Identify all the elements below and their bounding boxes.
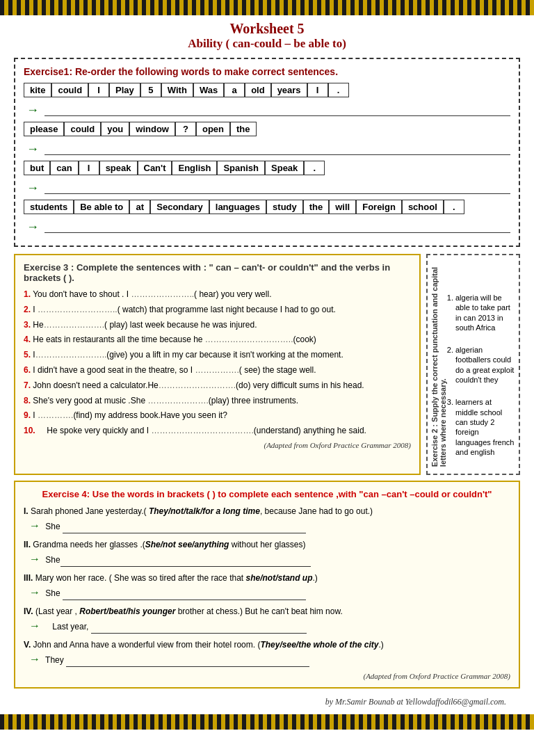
worksheet-subtitle: Ability ( can-could – be able to) — [0, 37, 534, 51]
arrow-icon: → — [29, 553, 40, 565]
roman-numeral: I. — [24, 506, 29, 516]
word-cell: school — [402, 200, 444, 214]
word-cell: I — [88, 83, 109, 97]
word-cell: you — [101, 122, 129, 136]
word-cell: Speak — [265, 161, 304, 175]
word-cell: but — [24, 161, 50, 175]
word-cell: I — [307, 83, 328, 97]
main-content: Exercise1: Re-order the following words … — [0, 54, 534, 714]
arrow-icon: → — [29, 653, 40, 665]
word-cell: Was — [193, 83, 224, 97]
word-row-2: please could you window ? open the → — [24, 122, 510, 156]
word-cell: a — [224, 83, 245, 97]
bracket-text: she/not/stand up — [245, 573, 312, 583]
bottom-border — [0, 714, 534, 730]
roman-numeral: V. — [24, 640, 31, 650]
word-cells-1: kite could I Play 5 With Was a old years… — [24, 83, 510, 97]
answer-text-3[interactable] — [44, 182, 510, 194]
word-row-1: kite could I Play 5 With Was a old years… — [24, 83, 510, 118]
word-cell: kite — [24, 83, 51, 97]
word-cell: I — [79, 161, 99, 175]
word-cells-4: students Be able to at Secondary languag… — [24, 200, 510, 214]
worksheet-title: Worksheet 5 — [0, 21, 534, 37]
roman-numeral: III. — [24, 573, 33, 583]
word-cell: ? — [175, 122, 196, 136]
arrow-icon: → — [29, 520, 40, 531]
word-cell: languages — [209, 200, 266, 214]
item-number: 6. — [24, 365, 31, 375]
exercise4-item-4: IV. (Last year , Robert/beat/his younger… — [24, 605, 510, 634]
word-cell: years — [271, 83, 307, 97]
word-row-3: but can I speak Can't English Spanish Sp… — [24, 161, 510, 195]
word-cell: Play — [109, 83, 140, 97]
arrow-icon: → — [29, 586, 40, 598]
exercise3-item-10: 10. He spoke very quickly and I ……………………… — [24, 425, 411, 437]
answer-text-2[interactable] — [44, 143, 510, 155]
answer-line-2: → — [24, 140, 510, 156]
answer-text-1[interactable] — [44, 104, 510, 116]
word-cells-2: please could you window ? open the — [24, 122, 510, 136]
exercise3-item-5: 5. I……………………..(give) you a lift in my ca… — [24, 349, 411, 361]
word-cell: old — [245, 83, 271, 97]
arrow-icon: → — [26, 103, 39, 118]
exercise3-item-7: 7. John doesn't need a calculator.He…………… — [24, 380, 411, 392]
arrow-icon: → — [29, 620, 40, 632]
word-cell: Can't — [138, 161, 172, 175]
bracket-text: They/not/talk/for a long time — [149, 506, 260, 516]
exercise3-item-2: 2. I ………………………..( watch) that programme … — [24, 304, 411, 316]
exercise1-title: Exercise1: Re-order the following words … — [24, 66, 510, 77]
exercise3-adapted: (Adapted from Oxford Practice Grammar 20… — [24, 441, 411, 449]
exercise1-box: Exercise1: Re-order the following words … — [14, 58, 520, 247]
word-cell: speak — [99, 161, 138, 175]
word-cell: English — [172, 161, 217, 175]
word-cell: the — [230, 122, 257, 136]
word-cells-3: but can I speak Can't English Spanish Sp… — [24, 161, 510, 175]
header: Worksheet 5 Ability ( can-could – be abl… — [0, 15, 534, 54]
arrow-icon: → — [26, 181, 39, 195]
answer-text-4[interactable] — [44, 220, 510, 233]
word-row-4: students Be able to at Secondary languag… — [24, 200, 510, 234]
exercise4-adapted: (Adapted from Oxford Practice Grammar 20… — [24, 672, 510, 680]
word-cell: Be able to — [74, 200, 129, 214]
bracket-text: She/not see/anything — [145, 540, 229, 549]
word-cell: students — [24, 200, 74, 214]
word-cell: . — [444, 200, 464, 214]
exercise2-content: algeria will be able to take part in can… — [444, 259, 516, 457]
exercise4-item-1: I. Sarah phoned Jane yesterday.( They/no… — [24, 505, 510, 534]
item-number: 5. — [24, 350, 31, 360]
exercise3-title: Exercise 3 : Complete the sentences with… — [24, 262, 411, 283]
bracket-text: They/see/the whole of the city — [260, 640, 378, 650]
word-cell: at — [129, 200, 150, 214]
word-cell: will — [329, 200, 356, 214]
exercise2-item-3: learners at middle school can study 2 fo… — [455, 397, 516, 457]
exercise4-box: Exercise 4: Use the words in brackets ( … — [14, 481, 520, 689]
word-cell: Foreign — [356, 200, 402, 214]
bracket-text: Robert/beat/his younger — [79, 606, 175, 616]
exercise2-list: algeria will be able to take part in can… — [444, 293, 516, 457]
word-cell: please — [24, 122, 64, 136]
word-cell: study — [266, 200, 303, 214]
exercise3-box: Exercise 3 : Complete the sentences with… — [14, 254, 421, 475]
item-number: 3. — [24, 320, 31, 330]
item-number: 1. — [24, 289, 31, 299]
footer-credit: by Mr.Samir Bounab at Yellowdaffodil66@g… — [14, 694, 520, 710]
page: Worksheet 5 Ability ( can-could – be abl… — [0, 0, 534, 756]
item-number: 2. — [24, 305, 31, 314]
exercise4-item-2: II. Grandma needs her glasses .(She/not … — [24, 538, 510, 568]
item-number: 4. — [24, 335, 31, 344]
word-cell: the — [303, 200, 330, 214]
word-cell: . — [328, 83, 349, 97]
item-number: 8. — [24, 396, 31, 405]
item-number: 9. — [24, 410, 31, 420]
answer-line-4: → — [24, 218, 510, 234]
exercise3-item-3: 3. He………………….( play) last week because h… — [24, 319, 411, 331]
exercise2-item-2: algerian footballers could do a great ex… — [455, 345, 516, 385]
exercise3-item-6: 6. I didn't have a good seat in the thea… — [24, 364, 411, 376]
arrow-icon: → — [26, 142, 39, 156]
word-cell: Spanish — [217, 161, 265, 175]
word-cell: could — [51, 83, 88, 97]
answer-line-3: → — [24, 179, 510, 195]
word-cell: Secondary — [150, 200, 209, 214]
item-number: 7. — [24, 380, 31, 390]
exercise4-item-5: V. John and Anna have a wonderful view f… — [24, 638, 510, 668]
